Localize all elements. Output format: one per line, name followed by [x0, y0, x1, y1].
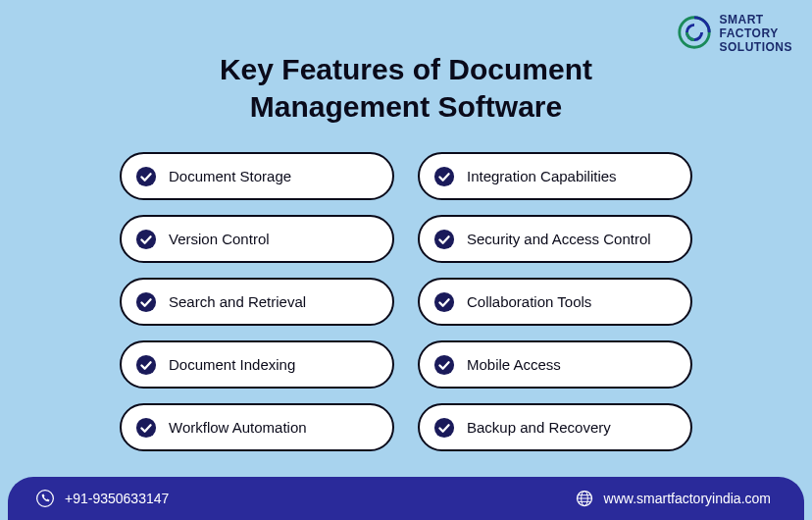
feature-pill: Search and Retrieval: [120, 278, 394, 326]
brand-line3: SOLUTIONS: [719, 41, 792, 55]
check-icon: [433, 166, 455, 187]
website-url: www.smartfactoryindia.com: [604, 491, 771, 506]
svg-point-1: [136, 166, 156, 185]
feature-label: Security and Access Control: [467, 231, 651, 247]
feature-label: Workflow Automation: [169, 419, 307, 436]
svg-point-10: [434, 417, 454, 437]
svg-point-11: [37, 491, 54, 507]
svg-point-9: [136, 417, 156, 437]
feature-pill: Document Storage: [120, 152, 394, 200]
phone-number: +91-9350633147: [65, 491, 169, 506]
feature-pill: Integration Capabilities: [418, 152, 692, 200]
svg-point-6: [434, 291, 454, 311]
feature-label: Backup and Recovery: [467, 419, 611, 436]
feature-label: Document Indexing: [169, 356, 295, 373]
check-icon: [135, 417, 157, 439]
feature-label: Version Control: [169, 231, 270, 247]
feature-pill: Workflow Automation: [120, 403, 394, 451]
check-icon: [135, 229, 157, 250]
brand-logo-icon: [676, 14, 713, 55]
footer-bar: +91-9350633147 www.smartfactoryindia.com: [8, 477, 804, 520]
feature-pill: Security and Access Control: [418, 215, 692, 263]
feature-label: Document Storage: [169, 168, 291, 184]
feature-pill: Mobile Access: [418, 340, 692, 389]
svg-point-8: [434, 354, 454, 374]
feature-pill: Collaboration Tools: [418, 278, 692, 326]
footer-phone: +91-9350633147: [35, 489, 169, 508]
check-icon: [433, 291, 455, 313]
globe-icon: [575, 489, 594, 508]
check-icon: [135, 354, 157, 376]
brand-logo: SMART FACTORY SOLUTIONS: [676, 14, 792, 55]
svg-point-2: [434, 166, 454, 185]
svg-point-5: [136, 291, 156, 311]
feature-label: Collaboration Tools: [467, 293, 591, 310]
brand-line2: FACTORY: [719, 27, 792, 41]
svg-point-3: [136, 229, 156, 248]
check-icon: [433, 417, 455, 439]
brand-name: SMART FACTORY SOLUTIONS: [719, 14, 792, 54]
check-icon: [135, 291, 157, 313]
phone-icon: [35, 489, 55, 508]
features-grid: Document Storage Integration Capabilitie…: [120, 152, 692, 451]
check-icon: [433, 229, 455, 250]
footer-website: www.smartfactoryindia.com: [575, 489, 771, 508]
feature-pill: Version Control: [120, 215, 394, 263]
feature-pill: Backup and Recovery: [418, 403, 692, 451]
title-line1: Key Features of Document: [220, 53, 592, 85]
brand-line1: SMART: [719, 14, 792, 27]
feature-label: Integration Capabilities: [467, 168, 617, 184]
svg-point-7: [136, 354, 156, 374]
check-icon: [135, 166, 157, 187]
feature-pill: Document Indexing: [120, 340, 394, 389]
svg-point-4: [434, 229, 454, 248]
feature-label: Mobile Access: [467, 356, 561, 373]
title-line2: Management Software: [250, 90, 562, 123]
check-icon: [433, 354, 455, 376]
feature-label: Search and Retrieval: [169, 293, 306, 310]
